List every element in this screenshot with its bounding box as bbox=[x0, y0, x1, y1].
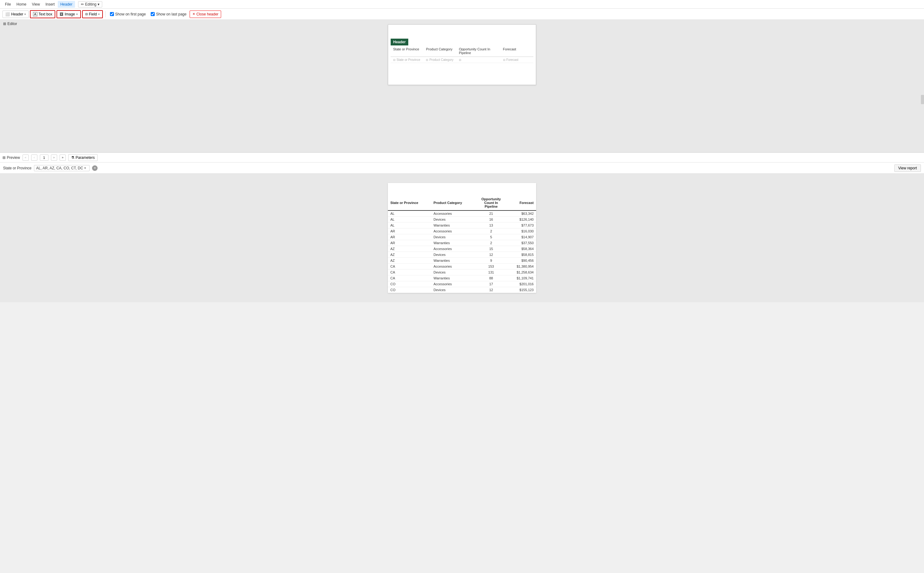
cell-forecast: $77,673 bbox=[507, 222, 536, 229]
table-row: CA Accessories 153 $1,380,954 bbox=[388, 264, 536, 269]
cell-forecast: $1,109,741 bbox=[507, 276, 536, 281]
preview-grid-icon: ⊞ bbox=[3, 155, 6, 160]
toolbar-separator-1 bbox=[105, 11, 106, 17]
menu-home[interactable]: Home bbox=[14, 1, 29, 8]
cell-category: Accessories bbox=[431, 264, 475, 269]
canvas-col-forecast: Forecast bbox=[501, 47, 533, 55]
cell-forecast: $37,550 bbox=[507, 240, 536, 246]
page-number-input[interactable] bbox=[40, 155, 48, 161]
show-first-page-input[interactable] bbox=[110, 12, 114, 16]
cell-count: 88 bbox=[475, 276, 507, 281]
table-row: AL Accessories 21 $63,342 bbox=[388, 210, 536, 217]
canvas-col-state: State or Province bbox=[391, 47, 423, 55]
nav-next-button[interactable]: › bbox=[51, 155, 57, 161]
cell-count: 15 bbox=[475, 246, 507, 252]
header-button[interactable]: ⬜ Header ▾ bbox=[3, 11, 29, 18]
param-clear-button[interactable]: ✕ bbox=[92, 165, 98, 171]
cell-category: Warranties bbox=[431, 240, 475, 246]
close-header-label: Close header bbox=[197, 12, 219, 16]
table-row: AZ Accessories 15 $58,364 bbox=[388, 246, 536, 252]
canvas-top-margin bbox=[388, 25, 536, 39]
cell-forecast: $1,380,954 bbox=[507, 264, 536, 269]
cell-count: 17 bbox=[475, 281, 507, 287]
editing-label: Editing bbox=[85, 2, 97, 6]
header-band-label: Header bbox=[391, 39, 408, 45]
header-dropdown-arrow: ▾ bbox=[24, 13, 26, 16]
canvas-forecast-label: Forecast bbox=[506, 58, 518, 61]
opportunity-field-icon: ⊟ bbox=[459, 58, 461, 61]
toolbar: ⬜ Header ▾ A Text box 🖼 Image ▾ ⊟ Field … bbox=[0, 9, 924, 20]
cell-count: 9 bbox=[475, 258, 507, 264]
cell-count: 16 bbox=[475, 217, 507, 222]
field-button[interactable]: ⊟ Field ▾ bbox=[82, 10, 103, 18]
canvas-cell-opportunity: ⊟ bbox=[456, 58, 501, 62]
cell-state: CA bbox=[388, 264, 431, 269]
editor-section-title: Editor bbox=[8, 22, 17, 26]
cell-count: 153 bbox=[475, 264, 507, 269]
header-icon: ⬜ bbox=[5, 12, 10, 16]
editor-canvas[interactable]: Header State or Province Product Categor… bbox=[388, 24, 536, 85]
preview-label: ⊞ Preview bbox=[3, 155, 20, 160]
textbox-button[interactable]: A Text box bbox=[30, 10, 55, 18]
nav-last-button[interactable]: » bbox=[59, 155, 66, 161]
forecast-field-icon: ⊟ bbox=[503, 58, 506, 61]
canvas-cell-product: ⊟ Product Category bbox=[423, 58, 456, 62]
cell-category: Devices bbox=[431, 252, 475, 258]
cell-forecast: $126,140 bbox=[507, 217, 536, 222]
pencil-icon: ✏ bbox=[81, 2, 84, 6]
editing-badge[interactable]: ✏ Editing ▾ bbox=[78, 1, 103, 8]
cell-forecast: $58,364 bbox=[507, 246, 536, 252]
cell-count: 13 bbox=[475, 222, 507, 229]
menu-header[interactable]: Header bbox=[58, 1, 75, 8]
menu-insert[interactable]: Insert bbox=[43, 1, 57, 8]
cell-state: CO bbox=[388, 281, 431, 287]
preview-title: Preview bbox=[7, 155, 20, 160]
canvas-col-product: Product Category bbox=[423, 47, 456, 55]
cell-state: AL bbox=[388, 222, 431, 229]
cell-state: AZ bbox=[388, 258, 431, 264]
image-icon: 🖼 bbox=[59, 12, 63, 16]
image-btn-label: Image bbox=[64, 12, 75, 16]
cell-state: AR bbox=[388, 234, 431, 240]
cell-state: CA bbox=[388, 269, 431, 276]
canvas-state-label: State or Province bbox=[396, 58, 420, 61]
table-row: CO Accessories 17 $201,016 bbox=[388, 281, 536, 287]
menu-view[interactable]: View bbox=[29, 1, 42, 8]
nav-prev-button[interactable]: ‹ bbox=[31, 155, 37, 161]
cell-count: 12 bbox=[475, 287, 507, 293]
field-dropdown-arrow: ▾ bbox=[98, 13, 100, 16]
image-button[interactable]: 🖼 Image ▾ bbox=[56, 10, 81, 18]
data-preview-area[interactable]: State or Province Product Category Oppor… bbox=[0, 174, 924, 302]
parameters-button[interactable]: ⚗ Parameters bbox=[68, 154, 98, 161]
data-page: State or Province Product Category Oppor… bbox=[388, 183, 536, 293]
cell-count: 5 bbox=[475, 234, 507, 240]
menu-file[interactable]: File bbox=[3, 1, 13, 8]
preview-bar: ⊞ Preview « ‹ › » ⚗ Parameters bbox=[0, 153, 924, 163]
close-header-button[interactable]: ✕ Close header bbox=[190, 11, 221, 18]
show-first-page-checkbox[interactable]: Show on first page bbox=[108, 11, 148, 17]
show-last-page-checkbox[interactable]: Show on last page bbox=[149, 11, 188, 17]
param-select[interactable]: AL, AR, AZ, CA, CO, CT, DC ▾ bbox=[34, 165, 89, 171]
table-row: CA Devices 131 $1,258,634 bbox=[388, 269, 536, 276]
param-dropdown-arrow: ▾ bbox=[84, 166, 86, 170]
cell-state: CA bbox=[388, 276, 431, 281]
state-field-icon: ⊟ bbox=[393, 58, 396, 61]
cell-forecast: $201,016 bbox=[507, 281, 536, 287]
cell-state: CO bbox=[388, 287, 431, 293]
cell-state: AL bbox=[388, 210, 431, 217]
editing-dropdown-arrow: ▾ bbox=[98, 2, 100, 6]
table-row: AR Warranties 2 $37,550 bbox=[388, 240, 536, 246]
cell-forecast: $90,456 bbox=[507, 258, 536, 264]
editor-scrollbar-handle[interactable] bbox=[921, 95, 924, 104]
canvas-cell-state: ⊟ State or Province bbox=[391, 58, 423, 62]
canvas-cell-forecast: ⊟ Forecast bbox=[501, 58, 533, 62]
cell-category: Accessories bbox=[431, 229, 475, 234]
show-last-page-input[interactable] bbox=[151, 12, 155, 16]
table-row: AZ Devices 12 $58,815 bbox=[388, 252, 536, 258]
editor-section: ⊞ Editor Header State or Province Produc… bbox=[0, 20, 924, 153]
canvas-bottom bbox=[388, 63, 536, 85]
cell-state: AL bbox=[388, 217, 431, 222]
cell-count: 21 bbox=[475, 210, 507, 217]
view-report-button[interactable]: View report bbox=[894, 164, 921, 172]
nav-first-button[interactable]: « bbox=[23, 155, 29, 161]
